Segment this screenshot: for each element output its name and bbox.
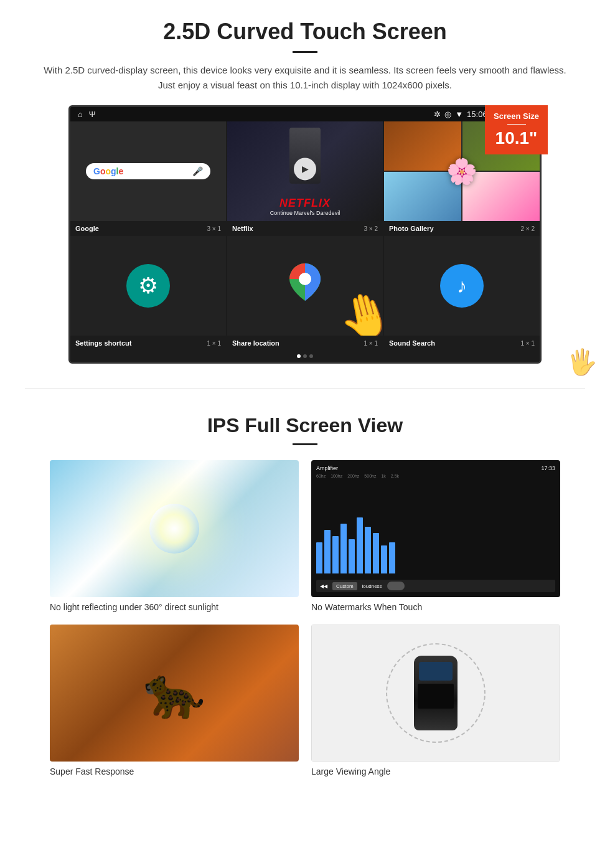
car-circle — [386, 643, 486, 743]
amp-label-2: 100hz — [331, 474, 342, 478]
amp-time: 17:33 — [541, 465, 555, 471]
home-icon[interactable]: ⌂ — [78, 110, 83, 119]
feature-amplifier: Amplifier 17:33 60hz 100hz 200hz 500hz 1… — [311, 460, 560, 612]
back-icon: ◀◀ — [320, 583, 327, 589]
amp-bar-7 — [365, 527, 371, 573]
sound-label-size: 1 × 1 — [520, 340, 535, 347]
amp-label-6: 2.5k — [391, 474, 399, 478]
flower-emoji: 🌸 — [446, 157, 477, 186]
google-label-name: Google — [75, 225, 99, 232]
settings-label-size: 1 × 1 — [207, 340, 221, 347]
amp-loudness: loudness — [362, 583, 382, 589]
netflix-subtitle: Continue Marvel's Daredevil — [232, 210, 378, 216]
car-caption: Large Viewing Angle — [311, 767, 560, 776]
status-left: ⌂ Ψ — [78, 110, 96, 119]
netflix-label-name: Netflix — [232, 225, 253, 232]
pagination — [70, 351, 540, 362]
gallery-label-name: Photo Gallery — [389, 225, 434, 232]
app-labels-bottom: Settings shortcut 1 × 1 Share location 1… — [70, 336, 540, 351]
section1-divider — [293, 51, 317, 53]
netflix-overlay: NETFLIX Continue Marvel's Daredevil — [227, 192, 383, 221]
pagination-dot-1[interactable] — [297, 354, 301, 358]
settings-label-name: Settings shortcut — [75, 339, 131, 347]
share-location-cell[interactable]: 🤚 — [227, 236, 383, 336]
app-grid-top: Google 🎤 ▶ NETFLIX Continue Marvel's Dar… — [70, 121, 540, 221]
amp-label-4: 500hz — [364, 474, 376, 478]
amp-header: Amplifier 17:33 — [316, 465, 555, 471]
amp-bar-5 — [349, 539, 355, 573]
amp-bar-1 — [316, 542, 322, 573]
google-label-size: 3 × 1 — [207, 225, 221, 232]
amp-label-5: 1k — [381, 474, 385, 478]
svg-point-0 — [299, 273, 311, 285]
amp-footer: ◀◀ Custom loudness — [316, 580, 555, 592]
google-app-cell[interactable]: Google 🎤 — [70, 121, 226, 221]
netflix-logo: NETFLIX — [232, 197, 378, 210]
location-icon: ◎ — [444, 110, 451, 119]
google-search-bar[interactable]: Google 🎤 — [86, 163, 210, 179]
feature-grid: No light reflecting under 360° direct su… — [37, 460, 573, 776]
amp-custom-button[interactable]: Custom — [332, 582, 357, 590]
amp-bar-10 — [389, 542, 395, 573]
share-label: Share location 1 × 1 — [227, 338, 383, 348]
car-image — [311, 625, 560, 762]
sunlight-image — [50, 460, 299, 597]
sound-search-cell[interactable]: ♪ — [384, 236, 540, 336]
amp-title: Amplifier — [316, 465, 338, 471]
settings-label: Settings shortcut 1 × 1 — [70, 338, 226, 348]
section1-description: With 2.5D curved-display screen, this de… — [37, 63, 573, 93]
amp-bar-6 — [357, 517, 363, 573]
settings-icon: ⚙ — [126, 264, 170, 308]
feature-car: Large Viewing Angle — [311, 625, 560, 776]
screen-size-badge: Screen Size 10.1" — [485, 105, 548, 154]
maps-icon — [286, 260, 324, 311]
status-bar: ⌂ Ψ ✲ ◎ ▼ 15:06 ⊡ ◁) ⊠ ▭ — [70, 107, 540, 121]
cheetah-image: 🐆 — [50, 625, 299, 762]
wifi-icon: ▼ — [455, 110, 463, 119]
share-label-size: 1 × 1 — [364, 340, 378, 347]
sunlight-caption: No light reflecting under 360° direct su… — [50, 602, 299, 612]
settings-app-cell[interactable]: ⚙ — [70, 236, 226, 336]
pagination-dot-3[interactable] — [309, 354, 313, 358]
sound-icon: ♪ — [440, 264, 484, 308]
section1-title: 2.5D Curved Touch Screen — [37, 19, 573, 45]
sunlight-placeholder — [50, 460, 299, 597]
amp-bar-9 — [381, 545, 387, 573]
feature-sunlight: No light reflecting under 360° direct su… — [50, 460, 299, 612]
gallery-label: Photo Gallery 2 × 2 — [384, 224, 540, 234]
netflix-label: Netflix 3 × 2 — [227, 224, 383, 234]
amp-bars — [316, 481, 555, 580]
netflix-app-cell[interactable]: ▶ NETFLIX Continue Marvel's Daredevil — [227, 121, 383, 221]
usb-icon: Ψ — [89, 110, 96, 119]
sound-label: Sound Search 1 × 1 — [384, 338, 540, 348]
device-container: Screen Size 10.1" ⌂ Ψ ✲ ◎ ▼ 15:06 ⊡ ◁) ⊠ — [68, 105, 542, 364]
sun-glow — [149, 504, 199, 554]
car-roof — [418, 684, 454, 709]
amp-bar-3 — [332, 536, 339, 573]
screen-badge-size: 10.1" — [494, 128, 539, 149]
amp-label-3: 200hz — [347, 474, 359, 478]
mic-icon[interactable]: 🎤 — [192, 166, 203, 176]
feature-cheetah: 🐆 Super Fast Response — [50, 625, 299, 776]
netflix-label-size: 3 × 2 — [364, 225, 378, 232]
cheetah-caption: Super Fast Response — [50, 767, 299, 776]
device-frame: ⌂ Ψ ✲ ◎ ▼ 15:06 ⊡ ◁) ⊠ ▭ — [68, 105, 542, 364]
amp-bar-4 — [340, 524, 347, 573]
google-logo: Google — [93, 166, 123, 176]
car-windshield — [419, 662, 453, 681]
status-time: 15:06 — [467, 110, 487, 119]
section-divider — [25, 389, 585, 389]
amp-bar-2 — [324, 530, 331, 573]
hand-icon: 🤚 — [332, 285, 383, 336]
screen-badge-label: Screen Size — [494, 111, 539, 121]
amp-bar-8 — [373, 533, 379, 573]
sound-label-name: Sound Search — [389, 339, 435, 347]
netflix-play-button[interactable]: ▶ — [294, 158, 316, 180]
cheetah-silhouette: 🐆 — [143, 664, 205, 722]
pagination-dot-2[interactable] — [303, 354, 307, 358]
car-placeholder — [311, 625, 560, 762]
car-top-view — [414, 656, 458, 730]
cheetah-placeholder: 🐆 — [50, 625, 299, 762]
loudness-toggle[interactable] — [387, 582, 405, 590]
section1: 2.5D Curved Touch Screen With 2.5D curve… — [0, 0, 610, 370]
